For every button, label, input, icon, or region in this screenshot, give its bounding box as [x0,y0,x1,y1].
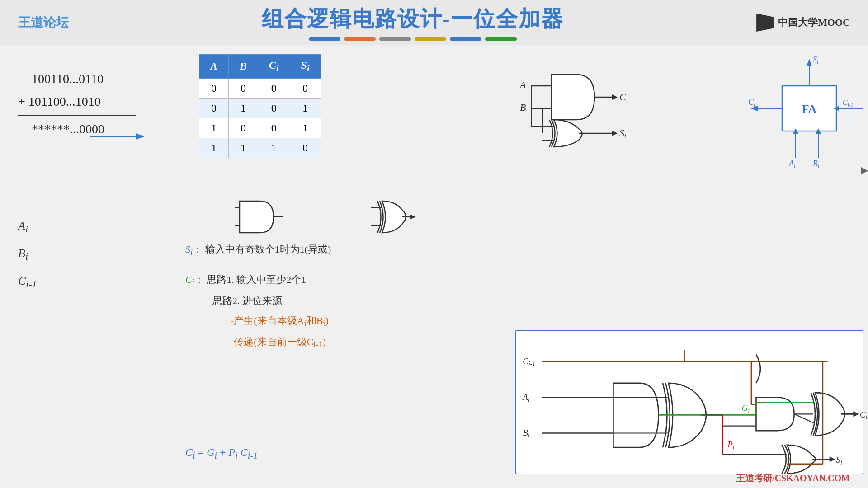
ci-desc2: 思路2. 进位来源 [212,291,331,311]
svg-text:Ci-1: Ci-1 [523,357,535,367]
simple-circuit-diagram: A B Ci [515,50,687,149]
svg-marker-65 [853,411,859,417]
svg-text:Si: Si [619,127,626,140]
right-panel: A B Ci [515,45,868,488]
bi-label: Bi [18,240,163,268]
svg-marker-21 [612,131,618,136]
color-block-blue [309,37,340,41]
logo-right: 中国大学MOOC [756,14,850,32]
input-arrow [90,127,145,152]
main-title: 组合逻辑电路设计-一位全加器 [262,5,564,33]
svg-text:B: B [520,102,526,113]
table-row: 1110 [199,138,321,158]
ci-desc3: -产生(来自本级Ai和Bi) [231,311,331,332]
svg-text:Ci-1: Ci-1 [843,99,853,108]
full-adder-circuit-diagram: Ci-1 Ai Bi [515,330,863,474]
table-row: 0000 [199,78,321,98]
footer: 王道考研/CSKAOYAN.COM [736,472,850,484]
svg-text:Si: Si [813,55,818,66]
svg-marker-72 [830,456,835,462]
col-si: Si [290,55,321,79]
col-a: A [199,55,229,79]
logo-left: 王道论坛 [18,14,69,31]
addition-divider [18,115,136,116]
svg-line-63 [794,414,815,423]
title-area: 组合逻辑电路设计-一位全加器 [262,5,564,41]
logo-right-text: 中国大学MOOC [778,16,850,29]
xor-gate-symbol [371,199,429,241]
formula: Ci = Gi + Pi Ci-1 [185,446,258,461]
color-block-orange [344,37,376,41]
svg-text:Ai: Ai [788,159,795,169]
svg-marker-14 [612,94,618,100]
and-gate-symbol [235,199,289,241]
footer-text: 王道考研/CSKAOYAN.COM [736,473,850,483]
ci-minus1-label: Ci-1 [18,268,163,296]
fa-box-diagram: FA Si Ci Ci-1 Ai Bi [746,50,863,176]
mooc-icon [756,14,774,32]
svg-text:Pi: Pi [727,440,735,450]
color-block-yellow [415,37,446,41]
color-block-blue2 [450,37,481,41]
svg-text:A: A [519,79,526,90]
ai-label: Ai [18,213,163,240]
color-block-gray [379,37,411,41]
svg-marker-40 [861,167,868,174]
color-bar [262,37,564,41]
middle-panel: A B Ci Si 0000 0101 1001 1110 [181,45,515,488]
si-description: Si： 输入中有奇数个1时为1(异或) [185,239,331,261]
svg-marker-8 [410,215,416,219]
inputs-label: Ai Bi Ci-1 [18,213,163,296]
svg-marker-26 [807,59,812,66]
svg-text:Ai: Ai [522,392,530,403]
color-block-green [485,37,517,41]
col-ci: Ci [258,55,290,79]
description: Si： 输入中有奇数个1时为1(异或) Ci： 思路1. 输入中至少2个1 思路… [185,239,331,353]
table-row: 0101 [199,98,321,118]
content: 100110...0110 + 101100...1010 ******...0… [0,45,868,488]
ci-desc4: -传递(来自前一级Ci-1) [231,332,331,353]
addition-line2: + 101100...1010 [18,90,163,113]
col-b: B [229,55,258,79]
svg-marker-1 [136,133,145,140]
left-panel: 100110...0110 + 101100...1010 ******...0… [0,45,181,488]
svg-text:Bi: Bi [523,428,530,439]
addition-line1: 100110...0110 [32,68,163,90]
svg-text:Ci: Ci [860,410,868,421]
table-row: 1001 [199,118,321,138]
truth-table: A B Ci Si 0000 0101 1001 1110 [199,54,321,158]
svg-text:Si: Si [836,455,842,466]
svg-text:Ci: Ci [748,98,755,108]
ci-description: Ci： 思路1. 输入中至少2个1 [185,270,331,291]
svg-text:FA: FA [802,103,817,116]
svg-text:Gi: Gi [742,403,750,414]
svg-text:Ci: Ci [619,91,628,103]
top-bar: 王道论坛 组合逻辑电路设计-一位全加器 中国大学MOOC [0,0,868,45]
svg-text:Bi: Bi [813,159,819,169]
